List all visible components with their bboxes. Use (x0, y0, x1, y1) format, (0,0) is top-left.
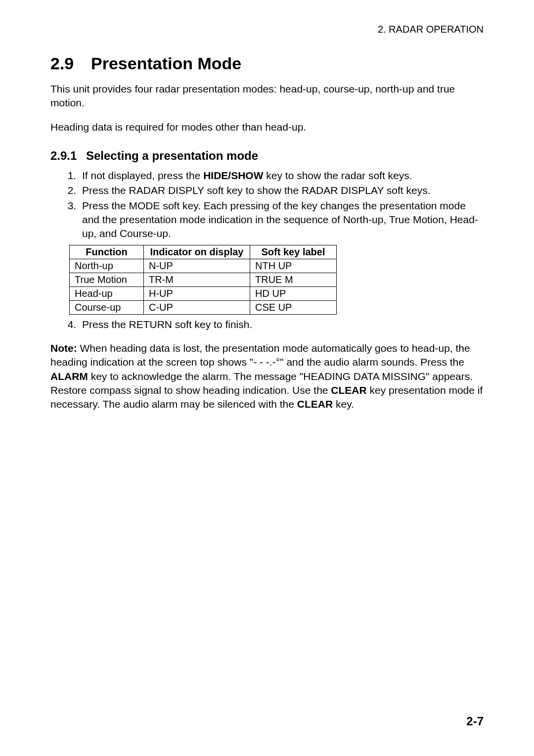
subsection-heading: 2.9.1Selecting a presentation mode (50, 149, 484, 163)
th-indicator: Indicator on display (144, 245, 250, 259)
cell-function: North-up (70, 259, 144, 273)
subsection-number: 2.9.1 (50, 149, 86, 163)
cell-indicator: H-UP (144, 286, 250, 300)
step-1-text-a: If not displayed, press the (82, 170, 203, 181)
step-3: Press the MODE soft key. Each pressing o… (79, 199, 484, 241)
cell-function: Course-up (70, 300, 144, 314)
cell-indicator: N-UP (144, 259, 250, 273)
intro-paragraph-2: Heading data is required for modes other… (50, 120, 484, 134)
presentation-mode-table: Function Indicator on display Soft key l… (69, 245, 337, 315)
cell-softkey: TRUE M (250, 273, 337, 286)
procedure-list-continued: Press the RETURN soft key to finish. (50, 318, 484, 331)
note-label: Note: (50, 342, 77, 354)
running-header: 2. RADAR OPERATION (50, 24, 484, 35)
cell-indicator: C-UP (144, 300, 250, 314)
cell-indicator: TR-M (144, 273, 250, 286)
document-page: 2. RADAR OPERATION 2.9Presentation Mode … (0, 0, 534, 756)
step-2: Press the RADAR DISPLY soft key to show … (79, 184, 484, 197)
hide-show-key: HIDE/SHOW (203, 170, 263, 181)
th-function: Function (70, 245, 144, 259)
step-1: If not displayed, press the HIDE/SHOW ke… (79, 169, 484, 183)
table-row: North-up N-UP NTH UP (70, 259, 337, 273)
subsection-title: Selecting a presentation mode (86, 149, 258, 162)
clear-key-1: CLEAR (331, 384, 366, 396)
intro-paragraph-1: This unit provides four radar presentati… (50, 82, 484, 110)
clear-key-2: CLEAR (297, 398, 333, 410)
table-header-row: Function Indicator on display Soft key l… (70, 245, 337, 259)
th-softkey: Soft key label (250, 245, 337, 259)
note-text-1: When heading data is lost, the presentat… (50, 342, 470, 368)
step-1-text-c: key to show the radar soft keys. (263, 170, 412, 181)
note-paragraph: Note: When heading data is lost, the pre… (50, 341, 484, 412)
cell-function: True Motion (70, 273, 144, 286)
table-row: True Motion TR-M TRUE M (70, 273, 337, 286)
note-text-4: key. (333, 398, 354, 410)
section-number: 2.9 (50, 54, 91, 73)
section-title: Presentation Mode (91, 54, 241, 73)
step-4: Press the RETURN soft key to finish. (79, 318, 484, 331)
cell-softkey: NTH UP (250, 259, 337, 273)
procedure-list: If not displayed, press the HIDE/SHOW ke… (50, 169, 484, 241)
table-row: Head-up H-UP HD UP (70, 286, 337, 300)
section-heading: 2.9Presentation Mode (50, 54, 484, 73)
cell-softkey: HD UP (250, 286, 337, 300)
table-row: Course-up C-UP CSE UP (70, 300, 337, 314)
cell-softkey: CSE UP (250, 300, 337, 314)
cell-function: Head-up (70, 286, 144, 300)
page-number: 2-7 (466, 714, 484, 728)
alarm-key: ALARM (50, 371, 88, 382)
